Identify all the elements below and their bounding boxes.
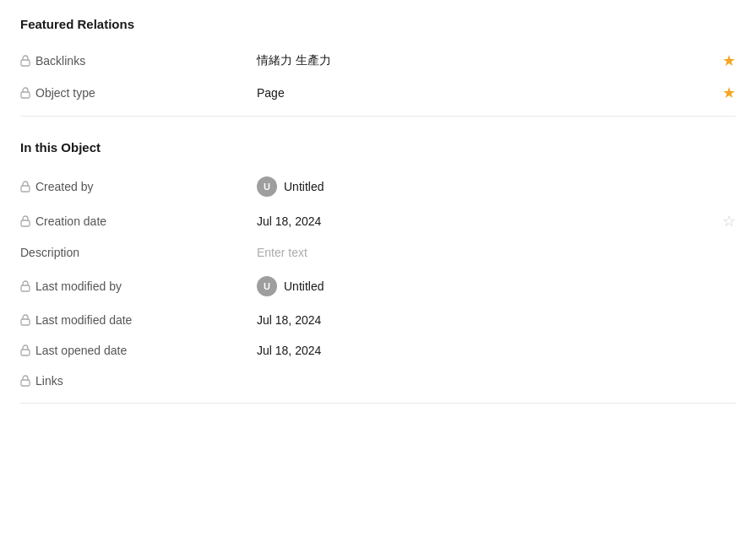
svg-rect-1	[21, 92, 30, 98]
lock-icon	[20, 345, 30, 356]
last-modified-date-value[interactable]: Jul 18, 2024	[257, 313, 702, 327]
creation-date-star-icon[interactable]: ☆	[722, 214, 736, 229]
object-type-label: Object type	[35, 86, 95, 100]
created-by-username: Untitled	[284, 180, 324, 193]
svg-rect-6	[21, 350, 30, 355]
last-opened-date-label-col: Last opened date	[20, 344, 257, 357]
svg-rect-4	[21, 285, 30, 291]
created-by-label: Created by	[35, 180, 93, 193]
featured-relations-title: Featured Relations	[20, 17, 736, 31]
svg-rect-2	[21, 186, 30, 192]
last-opened-date-row: Last opened date Jul 18, 2024	[20, 335, 736, 366]
last-modified-by-label-col: Last modified by	[20, 279, 257, 293]
featured-relations-section: Featured Relations Backlinks 情緒力 生產力 ★	[20, 17, 736, 109]
last-modified-by-label: Last modified by	[35, 279, 122, 293]
last-modified-by-row: Last modified by U Untitled	[20, 268, 736, 305]
lock-icon	[20, 87, 30, 99]
avatar: U	[257, 176, 277, 197]
lock-icon	[20, 280, 30, 292]
lock-icon	[20, 181, 30, 193]
creation-date-label-col: Creation date	[20, 214, 257, 228]
links-row: Links	[20, 366, 736, 396]
created-by-value[interactable]: U Untitled	[257, 176, 702, 197]
created-by-label-col: Created by	[20, 180, 257, 193]
creation-date-label: Creation date	[35, 214, 106, 228]
in-this-object-section: In this Object Created by U Untitled	[20, 140, 736, 396]
object-type-star-col: ★	[702, 85, 736, 100]
creation-date-value[interactable]: Jul 18, 2024	[257, 214, 702, 228]
in-this-object-title: In this Object	[20, 140, 736, 155]
backlinks-row: Backlinks 情緒力 生產力 ★	[20, 45, 736, 77]
object-type-star-icon[interactable]: ★	[722, 85, 736, 100]
svg-rect-7	[21, 380, 30, 386]
creation-date-row: Creation date Jul 18, 2024 ☆	[20, 205, 736, 237]
bottom-divider	[20, 403, 736, 404]
description-placeholder: Enter text	[257, 246, 307, 259]
last-opened-date-value[interactable]: Jul 18, 2024	[257, 344, 702, 357]
section-divider	[20, 116, 736, 117]
last-modified-date-label: Last modified date	[35, 313, 132, 327]
last-modified-date-row: Last modified date Jul 18, 2024	[20, 305, 736, 335]
created-by-row: Created by U Untitled	[20, 168, 736, 205]
creation-date-star-col: ☆	[702, 214, 736, 229]
backlinks-label-col: Backlinks	[20, 54, 257, 68]
lock-icon	[20, 375, 30, 387]
svg-rect-3	[21, 220, 30, 226]
object-type-value[interactable]: Page	[257, 86, 702, 100]
last-modified-by-value[interactable]: U Untitled	[257, 276, 702, 296]
description-value[interactable]: Enter text	[257, 246, 702, 259]
backlinks-value[interactable]: 情緒力 生產力	[257, 53, 702, 68]
backlinks-star-col: ★	[702, 53, 736, 68]
last-opened-date-label: Last opened date	[35, 344, 127, 357]
backlinks-star-icon[interactable]: ★	[722, 53, 736, 68]
svg-rect-0	[21, 60, 30, 66]
lock-icon	[20, 314, 30, 326]
avatar: U	[257, 276, 277, 296]
svg-rect-5	[21, 319, 30, 325]
last-modified-by-username: Untitled	[284, 279, 324, 293]
last-modified-date-label-col: Last modified date	[20, 313, 257, 327]
object-type-row: Object type Page ★	[20, 77, 736, 109]
links-label: Links	[35, 374, 63, 388]
links-label-col: Links	[20, 374, 257, 388]
lock-icon	[20, 55, 30, 67]
description-label-col: Description	[20, 246, 257, 259]
lock-icon	[20, 215, 30, 227]
description-label: Description	[20, 246, 79, 259]
object-type-label-col: Object type	[20, 86, 257, 100]
backlinks-label: Backlinks	[35, 54, 85, 68]
description-row: Description Enter text	[20, 237, 736, 268]
